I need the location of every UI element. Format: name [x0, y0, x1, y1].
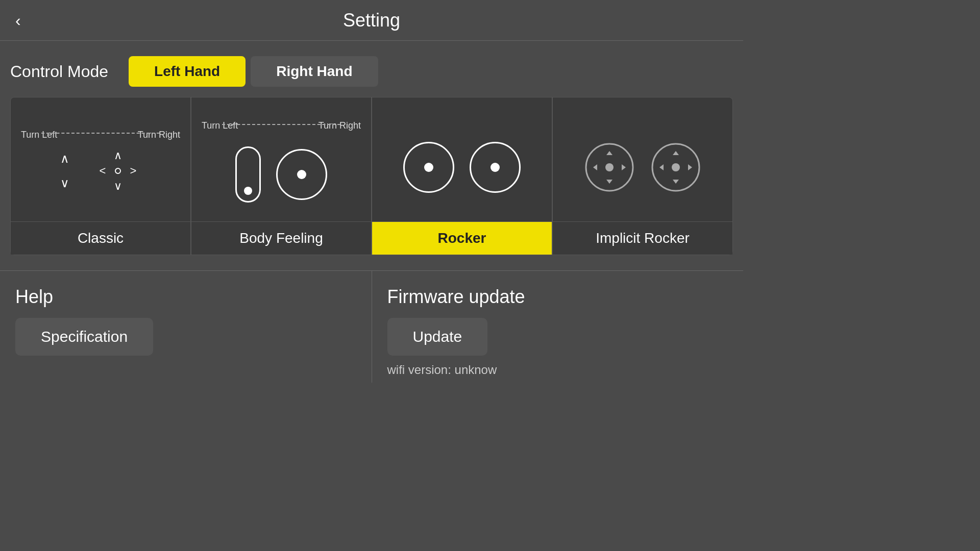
rocker-circle-right — [470, 142, 521, 193]
svg-point-0 — [115, 168, 120, 173]
dpad-left: < — [95, 163, 110, 179]
header: ‹ Setting — [0, 0, 743, 41]
body-feeling-visual: Turn Left Turn Right — [191, 97, 371, 221]
hand-buttons: Left Hand Right Hand — [129, 56, 378, 87]
up-arrow-icon: ∧ — [60, 152, 69, 166]
control-mode-label: Control Mode — [10, 62, 108, 81]
impl-circle-left-svg — [584, 142, 635, 193]
mode-card-classic[interactable]: Turn Left Turn Right ∧ ∨ ∧ < — [10, 97, 191, 255]
body-feeling-label: Body Feeling — [191, 221, 371, 255]
body-turn-labels: Turn Left Turn Right — [197, 116, 366, 131]
dpad-center-dot — [113, 166, 122, 176]
back-button[interactable]: ‹ — [15, 12, 21, 29]
bottom-section: Help Specification Firmware update Updat… — [0, 270, 743, 383]
control-mode-section: Control Mode Left Hand Right Hand Turn L… — [0, 41, 743, 265]
svg-marker-12 — [673, 180, 679, 184]
svg-marker-9 — [659, 164, 664, 170]
mode-cards: Turn Left Turn Right ∧ ∨ ∧ < — [10, 97, 733, 255]
firmware-wifi-info: wifi version: unknow — [387, 363, 728, 377]
body-turn-left: Turn Left — [202, 120, 238, 131]
implicit-rocker-label: Implicit Rocker — [553, 221, 732, 255]
svg-marker-6 — [606, 180, 612, 184]
page-title: Setting — [343, 10, 400, 31]
body-turn-right: Turn Right — [318, 120, 361, 131]
impl-circle-right-svg — [650, 142, 701, 193]
body-circle-icon — [276, 149, 327, 200]
dpad-up: ∧ — [110, 148, 126, 163]
body-pill-dot — [244, 187, 252, 195]
svg-marker-10 — [688, 164, 692, 170]
dpad-right: > — [126, 163, 141, 179]
svg-marker-3 — [593, 164, 597, 170]
firmware-section: Firmware update Update wifi version: unk… — [372, 271, 744, 383]
implicit-rocker-visual — [553, 97, 732, 221]
left-hand-button[interactable]: Left Hand — [129, 56, 246, 87]
update-button[interactable]: Update — [387, 318, 488, 356]
rocker-visuals — [403, 142, 521, 193]
classic-updown: ∧ ∨ — [60, 152, 69, 190]
classic-label: Classic — [11, 221, 190, 255]
classic-turn-left: Turn Left — [21, 130, 57, 140]
help-section: Help Specification — [0, 271, 372, 383]
specification-button[interactable]: Specification — [15, 318, 153, 356]
body-pill-icon — [235, 146, 261, 203]
svg-point-2 — [605, 163, 614, 171]
rocker-dot-left — [424, 163, 433, 172]
rocker-label: Rocker — [372, 221, 552, 255]
impl-circle-left-wrapper — [584, 142, 635, 193]
mode-card-body-feeling[interactable]: Turn Left Turn Right Body Feeling — [191, 97, 372, 255]
impl-circle-right-wrapper — [650, 142, 701, 193]
implicit-rocker-visuals — [584, 142, 701, 193]
down-arrow-icon: ∨ — [60, 176, 69, 190]
mode-card-implicit-rocker[interactable]: Implicit Rocker — [552, 97, 733, 255]
right-hand-button[interactable]: Right Hand — [251, 56, 378, 87]
classic-turn-right: Turn Right — [138, 130, 180, 140]
body-circle-dot — [297, 170, 306, 179]
rocker-visual — [372, 97, 552, 221]
classic-visual: Turn Left Turn Right ∧ ∨ ∧ < — [11, 97, 190, 221]
rocker-circle-left — [403, 142, 454, 193]
mode-card-rocker[interactable]: Rocker — [372, 97, 552, 255]
rocker-dot-right — [491, 163, 500, 172]
help-title: Help — [15, 286, 356, 308]
classic-dpad: ∧ < > ∨ — [95, 148, 141, 194]
firmware-title: Firmware update — [387, 286, 728, 308]
svg-point-8 — [672, 163, 680, 171]
svg-marker-5 — [606, 151, 612, 155]
classic-turn-labels: Turn Left Turn Right — [16, 126, 185, 140]
svg-marker-4 — [622, 164, 626, 170]
control-mode-header: Control Mode Left Hand Right Hand — [10, 56, 733, 87]
dpad-down: ∨ — [110, 179, 126, 194]
svg-marker-11 — [673, 151, 679, 155]
body-visuals — [235, 146, 327, 203]
